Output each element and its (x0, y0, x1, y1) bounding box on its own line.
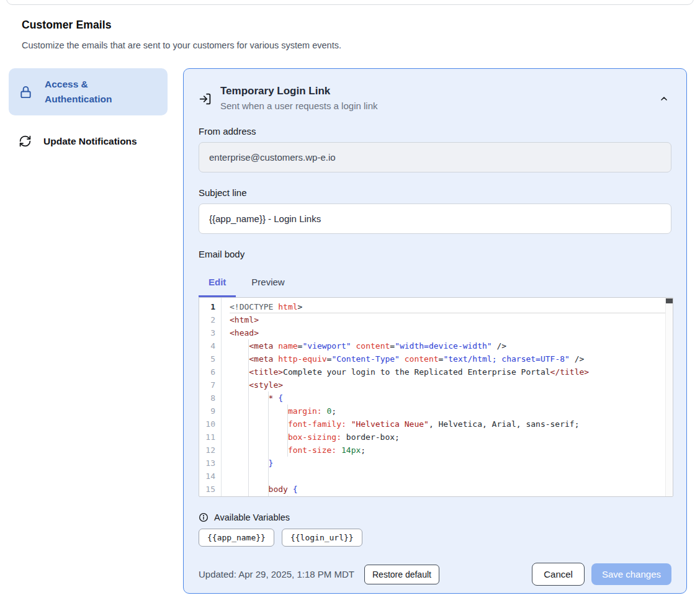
chevron-up-icon (659, 94, 669, 104)
line-number: 3 (199, 326, 221, 339)
line-number: 13 (199, 457, 221, 470)
code-token: /> (570, 354, 584, 364)
code-token: "text/html; charset=UTF-8" (443, 354, 570, 364)
code-token: ; (331, 406, 336, 416)
code-token: } (269, 458, 274, 468)
code-line: background-color: #f6f9fc; (230, 496, 673, 496)
indent-guide (230, 483, 249, 496)
code-token: "viewport" (302, 341, 351, 351)
code-token (336, 445, 341, 455)
email-body-label: Email body (199, 249, 671, 259)
collapse-panel-button[interactable] (657, 91, 671, 106)
page-title: Customer Emails (22, 19, 341, 32)
code-token: font-size: (288, 445, 336, 455)
save-changes-button[interactable]: Save changes (591, 563, 671, 585)
subject-line-input[interactable] (199, 203, 671, 234)
sidebar-item-label: Update Notifications (43, 136, 137, 147)
tab-preview[interactable]: Preview (241, 271, 294, 297)
code-token: name (278, 341, 297, 351)
from-address-input[interactable] (199, 142, 671, 172)
sidebar-item-update-notifications[interactable]: Update Notifications (9, 126, 168, 156)
code-token: <meta (249, 354, 278, 364)
code-token: html (278, 302, 297, 311)
indent-guide (249, 444, 268, 457)
email-body-tabs: Edit Preview (199, 271, 671, 297)
lock-icon (19, 85, 33, 99)
subject-line-label: Subject line (199, 187, 671, 198)
indent-guide (230, 496, 249, 496)
code-line: <style> (230, 378, 673, 391)
code-token: , Helvetica, Arial, sans-serif; (429, 419, 580, 429)
line-number: 12 (199, 444, 221, 457)
line-number: 14 (199, 470, 221, 483)
page-header: Customer Emails Customize the emails tha… (22, 19, 341, 50)
code-line: body { (230, 483, 673, 496)
indent-guide (249, 457, 268, 470)
indent-guide (269, 496, 288, 496)
indent-guide (230, 365, 249, 378)
code-line: <meta name="viewport" content="width=dev… (230, 339, 673, 352)
code-token (346, 419, 351, 429)
editor-scrollbar-thumb[interactable] (666, 298, 673, 303)
panel-titles: Temporary Login Link Sent when a user re… (220, 85, 648, 111)
refresh-icon (19, 135, 32, 148)
indent-guide (249, 431, 268, 444)
info-icon (199, 512, 209, 522)
code-token: <title> (249, 367, 283, 377)
indent-guide (230, 444, 249, 457)
code-token: body (269, 485, 293, 494)
line-number: 6 (199, 365, 221, 378)
code-line: * { (230, 391, 673, 405)
code-token: { (278, 393, 283, 403)
code-line: } (230, 457, 673, 470)
line-number: 11 (199, 431, 221, 444)
log-in-icon (199, 92, 212, 105)
indent-guide (230, 457, 249, 470)
indent-guide (269, 431, 288, 444)
sidebar-item-label: Access & Authentication (45, 77, 124, 107)
panel-title: Temporary Login Link (220, 85, 648, 97)
panel-header: Temporary Login Link Sent when a user re… (199, 85, 671, 111)
indent-guide (230, 352, 249, 365)
sidebar-item-access-authentication[interactable]: Access & Authentication (9, 68, 168, 115)
indent-guide (230, 470, 249, 483)
indent-guide (230, 431, 249, 444)
code-token: ; (361, 445, 366, 455)
line-number: 5 (199, 352, 221, 365)
cancel-button[interactable]: Cancel (532, 563, 585, 586)
email-body-code-editor[interactable]: 12345678910111213141516 <!DOCTYPE html><… (199, 297, 673, 497)
code-line: font-size: 14px; (230, 444, 673, 457)
indent-guide (249, 405, 268, 418)
line-number: 15 (199, 483, 221, 496)
code-token: <style> (249, 380, 283, 390)
editor-code-area: <!DOCTYPE html><html><head><meta name="v… (222, 298, 673, 496)
indent-guide (230, 391, 249, 405)
indent-guide (230, 405, 249, 418)
code-token: box-sizing: (288, 432, 341, 442)
line-number: 16 (199, 496, 221, 497)
code-token: { (293, 485, 298, 494)
editor-scrollbar[interactable] (665, 298, 673, 496)
code-line: box-sizing: border-box; (230, 431, 673, 444)
code-token (400, 354, 405, 364)
variable-chip-login-url[interactable]: {{login_url}} (282, 529, 362, 547)
panel-subtitle: Sent when a user requests a login link (220, 101, 648, 111)
indent-guide (249, 496, 268, 496)
line-number: 7 (199, 378, 221, 391)
code-token: </title> (550, 367, 590, 377)
code-token: > (298, 302, 303, 311)
variable-chip-app-name[interactable]: {{app_name}} (199, 529, 274, 547)
page-subtitle: Customize the emails that are sent to yo… (22, 40, 341, 50)
indent-guide (269, 444, 288, 457)
code-token: http-equiv (278, 354, 326, 364)
code-token: content (405, 354, 439, 364)
temporary-login-link-panel: Temporary Login Link Sent when a user re… (183, 68, 687, 594)
restore-default-button[interactable]: Restore default (364, 565, 439, 584)
code-token: * (269, 393, 279, 403)
editor-line-number-gutter: 12345678910111213141516 (199, 298, 222, 496)
code-line: <meta http-equiv="Content-Type" content=… (230, 352, 673, 365)
code-token: Complete your login to the Replicated En… (283, 367, 550, 377)
tab-edit[interactable]: Edit (199, 271, 236, 297)
previous-panel-edge (6, 0, 694, 5)
available-variables-label: Available Variables (214, 512, 290, 522)
